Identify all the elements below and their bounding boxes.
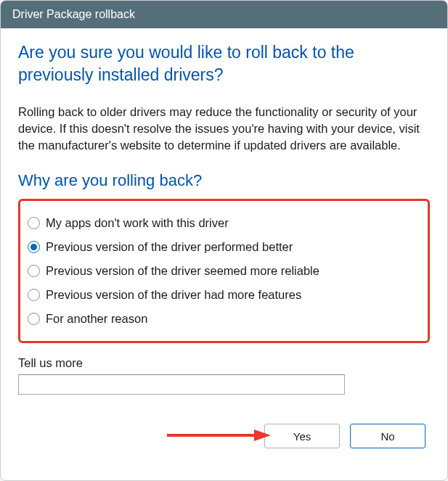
- radio-label: My apps don't work with this driver: [46, 216, 229, 230]
- radio-icon: [28, 289, 40, 301]
- radio-label: Previous version of the driver performed…: [46, 240, 293, 254]
- description-text: Rolling back to older drivers may reduce…: [18, 104, 430, 154]
- reason-option-another[interactable]: For another reason: [28, 307, 420, 331]
- tell-more-label: Tell us more: [18, 356, 430, 370]
- radio-label: For another reason: [46, 312, 147, 326]
- radio-icon: [28, 217, 40, 229]
- tell-more-input[interactable]: [18, 374, 345, 395]
- dialog-content: Are you sure you would like to roll back…: [1, 28, 447, 480]
- dialog-window: Driver Package rollback Are you sure you…: [0, 0, 448, 481]
- reason-option-performed-better[interactable]: Previous version of the driver performed…: [28, 235, 420, 259]
- reason-option-more-features[interactable]: Previous version of the driver had more …: [28, 283, 420, 307]
- titlebar[interactable]: Driver Package rollback: [1, 1, 447, 28]
- radio-icon: [28, 241, 40, 253]
- radio-icon: [28, 265, 40, 277]
- radio-icon: [28, 313, 40, 325]
- annotation-arrow-icon: [163, 428, 272, 443]
- reason-option-apps[interactable]: My apps don't work with this driver: [28, 211, 420, 235]
- window-title: Driver Package rollback: [12, 8, 135, 20]
- main-heading: Are you sure you would like to roll back…: [18, 41, 430, 86]
- svg-marker-1: [254, 429, 271, 441]
- radio-label: Previous version of the driver seemed mo…: [46, 264, 319, 278]
- radio-label: Previous version of the driver had more …: [46, 288, 301, 302]
- reason-radio-group: My apps don't work with this driver Prev…: [18, 199, 430, 343]
- no-button[interactable]: No: [350, 424, 425, 448]
- tell-more-section: Tell us more: [18, 356, 430, 395]
- reason-subheading: Why are you rolling back?: [18, 171, 430, 190]
- button-row: Yes No: [18, 424, 430, 448]
- yes-button[interactable]: Yes: [264, 424, 340, 448]
- reason-option-more-reliable[interactable]: Previous version of the driver seemed mo…: [28, 259, 420, 283]
